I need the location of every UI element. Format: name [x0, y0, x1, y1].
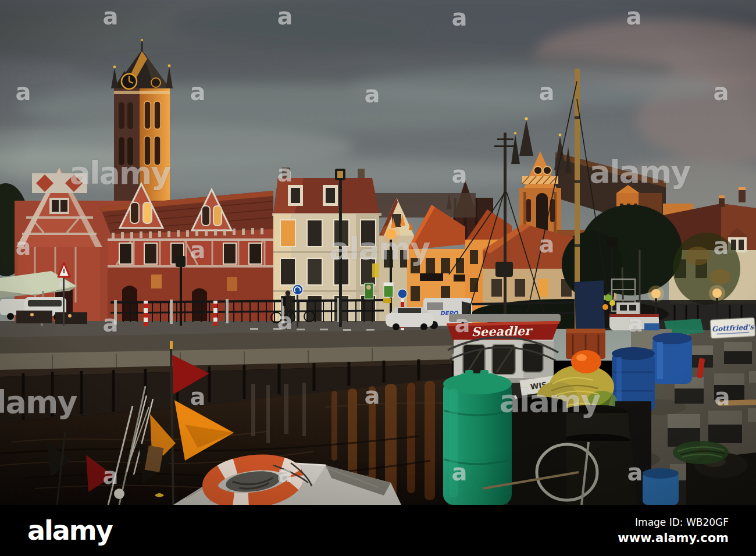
image-id-text: Image ID: WB20GF	[618, 516, 729, 528]
photo-scene: DEPO	[0, 0, 756, 505]
alamy-logo: alamy	[27, 517, 112, 544]
footer-info: Image ID: WB20GF www.alamy.com	[618, 516, 729, 545]
vignette	[0, 0, 756, 505]
alamy-footer-bar: alamy Image ID: WB20GF www.alamy.com	[0, 505, 756, 556]
stock-photo-wismar-harbour: DEPO	[0, 0, 756, 556]
alamy-url-text: www.alamy.com	[618, 531, 729, 545]
